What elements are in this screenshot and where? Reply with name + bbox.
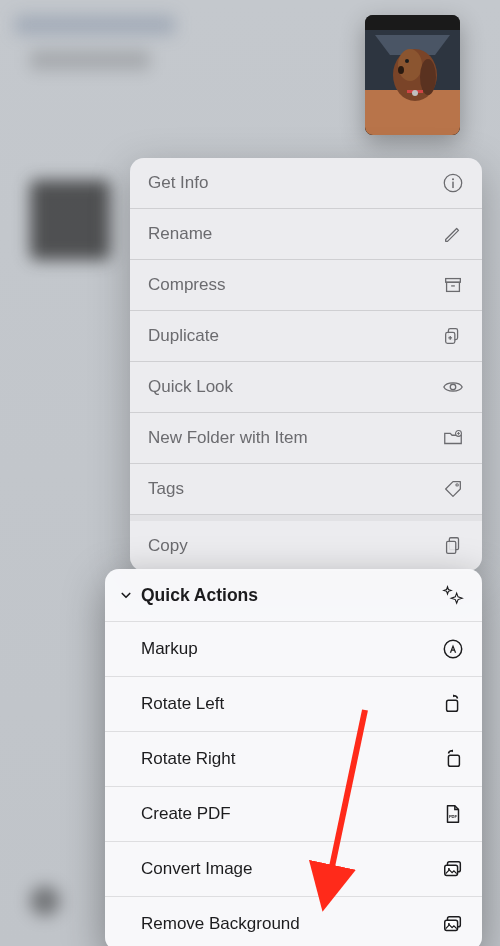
menu-item-quick-look[interactable]: Quick Look (130, 362, 482, 413)
svg-rect-29 (447, 700, 458, 711)
quick-actions-title: Quick Actions (141, 585, 258, 606)
dog-photo-icon (365, 15, 460, 135)
quick-actions-header[interactable]: Quick Actions (105, 569, 482, 622)
menu-label: Rename (148, 224, 212, 244)
svg-point-8 (398, 66, 404, 74)
qa-item-create-pdf[interactable]: Create PDF PDF (105, 787, 482, 842)
tag-icon (442, 478, 464, 500)
menu-label: New Folder with Item (148, 428, 308, 448)
qa-item-rotate-left[interactable]: Rotate Left (105, 677, 482, 732)
duplicate-icon (442, 325, 464, 347)
chevron-down-icon (117, 586, 135, 604)
sparkle-icon (442, 584, 464, 606)
remove-bg-icon (442, 913, 464, 935)
qa-item-convert-image[interactable]: Convert Image (105, 842, 482, 897)
pencil-icon (442, 223, 464, 245)
qa-label: Rotate Left (141, 694, 224, 714)
menu-label: Get Info (148, 173, 208, 193)
menu-item-copy[interactable]: Copy (130, 515, 482, 571)
svg-rect-33 (445, 865, 458, 875)
qa-label: Rotate Right (141, 749, 236, 769)
svg-point-21 (450, 384, 456, 390)
menu-label: Quick Look (148, 377, 233, 397)
menu-item-new-folder[interactable]: New Folder with Item (130, 413, 482, 464)
svg-rect-13 (452, 182, 453, 188)
svg-rect-36 (445, 920, 458, 930)
menu-item-duplicate[interactable]: Duplicate (130, 311, 482, 362)
svg-point-25 (456, 484, 458, 486)
rotate-left-icon (442, 693, 464, 715)
svg-rect-15 (447, 282, 460, 291)
quick-actions-menu: Quick Actions Markup Rotate Left Rotate … (105, 569, 482, 946)
new-folder-icon (442, 427, 464, 449)
svg-point-12 (452, 178, 454, 180)
svg-rect-27 (447, 541, 456, 553)
qa-label: Convert Image (141, 859, 253, 879)
svg-point-6 (420, 59, 436, 95)
svg-point-5 (398, 49, 422, 81)
menu-item-tags[interactable]: Tags (130, 464, 482, 515)
qa-label: Create PDF (141, 804, 231, 824)
qa-label: Markup (141, 639, 198, 659)
qa-item-remove-background[interactable]: Remove Background (105, 897, 482, 946)
menu-label: Compress (148, 275, 225, 295)
qa-item-markup[interactable]: Markup (105, 622, 482, 677)
svg-point-7 (405, 59, 409, 63)
menu-item-rename[interactable]: Rename (130, 209, 482, 260)
svg-point-28 (444, 640, 461, 657)
rotate-right-icon (442, 748, 464, 770)
markup-icon (442, 638, 464, 660)
context-menu: Get Info Rename Compress Duplicate Quick… (130, 158, 482, 571)
context-menu-container: Get Info Rename Compress Duplicate Quick… (130, 158, 482, 946)
svg-point-10 (412, 90, 418, 96)
svg-text:PDF: PDF (449, 814, 458, 819)
info-icon (442, 172, 464, 194)
eye-icon (442, 376, 464, 398)
menu-item-get-info[interactable]: Get Info (130, 158, 482, 209)
menu-label: Duplicate (148, 326, 219, 346)
archive-icon (442, 274, 464, 296)
qa-label: Remove Background (141, 914, 300, 934)
pdf-icon: PDF (442, 803, 464, 825)
copy-icon (442, 535, 464, 557)
svg-rect-30 (448, 755, 459, 766)
menu-label: Tags (148, 479, 184, 499)
file-thumbnail[interactable] (365, 15, 460, 135)
qa-item-rotate-right[interactable]: Rotate Right (105, 732, 482, 787)
menu-item-compress[interactable]: Compress (130, 260, 482, 311)
menu-label: Copy (148, 536, 188, 556)
convert-image-icon (442, 858, 464, 880)
